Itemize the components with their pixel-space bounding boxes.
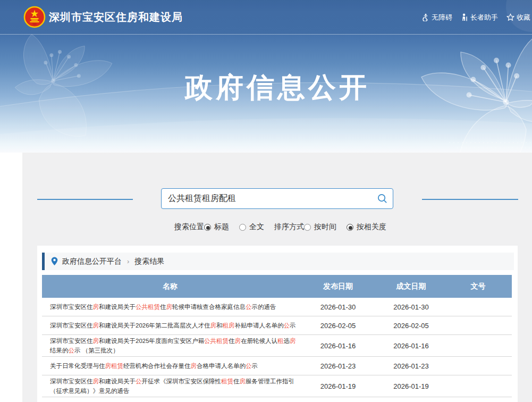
document-title-link[interactable]: 深圳市宝安区住房和建设局关于2026年第二批高层次人才住房和租房补贴申请人名单的… — [42, 321, 298, 330]
search-position-label: 搜索位置 — [174, 222, 204, 232]
elder-assistant-icon — [461, 13, 468, 21]
results-card: 政府信息公开平台 › 搜索结果 名称 发布日期 成文日期 文号 深圳市宝安区住房… — [37, 246, 518, 402]
search-icon — [377, 193, 388, 204]
favorite-link[interactable]: 收藏 — [506, 13, 530, 22]
radio-fulltext-dot — [239, 224, 246, 231]
elder-assistant-link[interactable]: 长者助手 — [461, 13, 498, 22]
column-header-document-date: 成文日期 — [378, 282, 444, 291]
sort-mode-label: 排序方式 — [274, 222, 304, 232]
column-header-doc-number: 文号 — [444, 282, 512, 291]
breadcrumb: 政府信息公开平台 › 搜索结果 — [42, 253, 514, 270]
site-title: 深圳市宝安区住房和建设局 — [49, 0, 183, 35]
content-panel: 搜索位置 标题 全文 排序方式 按时间 按相关度 政府信息公开平台 › 搜索结果 — [22, 153, 532, 402]
decorative-line-right — [422, 199, 518, 200]
radio-by-relevance-dot — [347, 224, 353, 231]
publish-date-cell: 2026-01-16 — [298, 342, 378, 350]
search-filters: 搜索位置 标题 全文 排序方式 按时间 按相关度 — [174, 222, 396, 232]
publish-date-cell: 2026-01-30 — [298, 303, 378, 311]
document-date-cell: 2026-02-05 — [378, 322, 444, 330]
document-date-cell: 2026-01-16 — [378, 342, 444, 350]
search-input[interactable] — [162, 194, 371, 204]
accessibility-link[interactable]: 无障碍 — [421, 13, 452, 22]
document-date-cell: 2026-01-30 — [378, 303, 444, 311]
table-row: 深圳市宝安区住房和建设局关于2025年度面向宝安区户籍公共租赁住房在册轮候人认租… — [42, 335, 512, 357]
publish-date-cell: 2026-01-19 — [298, 382, 378, 390]
accessibility-icon — [421, 13, 429, 21]
search-button[interactable] — [371, 189, 393, 208]
table-header: 名称 发布日期 成文日期 文号 — [42, 275, 512, 298]
document-title-link[interactable]: 深圳市宝安区住房和建设局关于公开征求《深圳市宝安区保障性租赁住房服务管理工作指引… — [42, 376, 298, 396]
document-date-cell: 2026-01-19 — [378, 382, 444, 390]
breadcrumb-current: 搜索结果 — [134, 257, 164, 266]
column-header-publish-date: 发布日期 — [298, 282, 378, 291]
location-pin-icon — [51, 257, 58, 266]
radio-by-time[interactable]: 按时间 — [304, 222, 336, 232]
radio-title-dot — [204, 224, 211, 231]
column-header-name: 名称 — [42, 282, 298, 291]
document-title-link[interactable]: 深圳市宝安区住房和建设局关于2025年度面向宝安区户籍公共租赁住房在册轮候人认租… — [42, 336, 298, 355]
table-body: 深圳市宝安区住房和建设局关于公共租赁住房轮候申请核查合格家庭信息公示的通告202… — [42, 298, 512, 397]
table-row: 深圳市宝安区住房和建设局关于公开征求《深圳市宝安区保障性租赁住房服务管理工作指引… — [42, 375, 512, 397]
table-row: 关于日常化受理与住房租赁经营机构合作社会存量住房合格申请人名单的公示2026-0… — [42, 357, 512, 375]
radio-fulltext[interactable]: 全文 — [239, 222, 264, 232]
radio-by-relevance[interactable]: 按相关度 — [347, 222, 386, 232]
page-top-banner: 深圳市宝安区住房和建设局 无障碍 长者助手 — [0, 0, 532, 153]
radio-by-time-dot — [304, 224, 311, 231]
document-date-cell: 2026-01-23 — [378, 362, 444, 370]
document-title-link[interactable]: 深圳市宝安区住房和建设局关于公共租赁住房轮候申请核查合格家庭信息公示的通告 — [42, 302, 298, 312]
decorative-line-left — [37, 199, 133, 200]
header-links: 无障碍 长者助手 收藏 — [421, 0, 530, 35]
breadcrumb-root[interactable]: 政府信息公开平台 — [62, 257, 122, 266]
publish-date-cell: 2026-01-23 — [298, 362, 378, 370]
publish-date-cell: 2026-02-05 — [298, 322, 378, 330]
site-header: 深圳市宝安区住房和建设局 无障碍 长者助手 — [0, 0, 532, 35]
page-title: 政府信息公开 — [185, 69, 370, 106]
search-box — [161, 188, 393, 209]
star-icon — [506, 13, 514, 21]
national-emblem-logo — [23, 6, 46, 28]
results-table: 名称 发布日期 成文日期 文号 深圳市宝安区住房和建设局关于公共租赁住房轮候申请… — [42, 275, 512, 397]
document-title-link[interactable]: 关于日常化受理与住房租赁经营机构合作社会存量住房合格申请人名单的公示 — [42, 361, 298, 371]
breadcrumb-separator: › — [127, 257, 129, 265]
table-row: 深圳市宝安区住房和建设局关于公共租赁住房轮候申请核查合格家庭信息公示的通告202… — [42, 298, 512, 316]
table-row: 深圳市宝安区住房和建设局关于2026年第二批高层次人才住房和租房补贴申请人名单的… — [42, 316, 512, 335]
radio-title[interactable]: 标题 — [204, 222, 229, 232]
